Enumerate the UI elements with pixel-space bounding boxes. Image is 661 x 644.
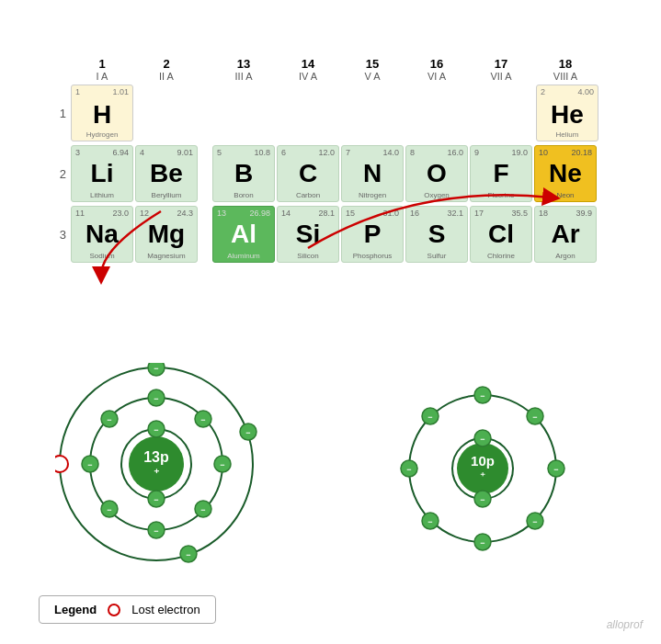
svg-text:−: − xyxy=(107,505,111,514)
svg-text:−: − xyxy=(480,435,484,444)
svg-text:10p: 10p xyxy=(471,453,495,469)
period-3-label: 3 xyxy=(44,228,66,242)
svg-text:−: − xyxy=(480,495,484,504)
svg-text:−: − xyxy=(427,412,432,422)
element-O: 8 16.0 O Oxygen xyxy=(405,145,468,202)
group-18-header: 18 VIII A xyxy=(533,57,598,82)
element-Si: 14 28.1 Si Silicon xyxy=(277,206,339,263)
svg-text:−: − xyxy=(107,415,111,424)
legend-box: Legend Lost electron xyxy=(39,595,216,624)
svg-text:−: − xyxy=(154,364,158,373)
element-Li: 3 6.94 Li Lithium xyxy=(71,145,133,202)
element-N: 7 14.0 N Nitrogen xyxy=(341,145,404,202)
svg-text:−: − xyxy=(186,550,190,559)
svg-text:−: − xyxy=(154,394,158,403)
svg-text:⁺: ⁺ xyxy=(154,467,160,480)
lost-electron-circle xyxy=(108,604,120,616)
element-H: 1 1.01 H Hydrogen xyxy=(71,85,133,141)
svg-text:−: − xyxy=(154,425,158,435)
svg-text:−: − xyxy=(480,391,484,401)
group-15-header: 15 V A xyxy=(340,57,405,82)
svg-text:13p: 13p xyxy=(143,449,169,465)
svg-text:−: − xyxy=(553,465,558,474)
group-16-header: 16 VI A xyxy=(405,57,469,82)
svg-text:−: − xyxy=(406,465,411,474)
element-Ne: 10 20.18 Ne Neon xyxy=(534,145,597,202)
svg-point-35 xyxy=(457,443,508,494)
group-1-header: 1 I A xyxy=(70,57,134,82)
ne-atom-diagram: 10p ⁺ − − − − − − − − − − xyxy=(395,381,570,556)
period-2-label: 2 xyxy=(44,167,66,181)
svg-text:−: − xyxy=(480,538,484,548)
svg-text:−: − xyxy=(427,517,432,526)
svg-text:−: − xyxy=(154,495,158,504)
svg-text:−: − xyxy=(87,460,92,469)
group-17-header: 17 VII A xyxy=(469,57,533,82)
legend-title: Legend xyxy=(54,603,97,616)
element-S: 16 32.1 S Sulfur xyxy=(405,206,468,263)
element-Mg: 12 24.3 Mg Magnesium xyxy=(135,206,198,263)
element-P: 15 31.0 P Phosphorus xyxy=(341,206,404,263)
lost-electron-label: Lost electron xyxy=(131,603,199,616)
svg-text:−: − xyxy=(532,517,537,526)
element-B: 5 10.8 B Boron xyxy=(212,145,275,202)
group-13-header: 13 III A xyxy=(211,57,276,82)
svg-text:−: − xyxy=(220,460,224,469)
brand-label: alloprof xyxy=(607,618,643,631)
element-Ar: 18 39.9 Ar Argon xyxy=(534,206,597,263)
svg-text:−: − xyxy=(532,412,537,422)
element-Al: 13 26.98 Al Aluminum xyxy=(212,206,275,263)
svg-text:⁺: ⁺ xyxy=(480,470,485,481)
element-Be: 4 9.01 Be Beryllium xyxy=(135,145,198,202)
period-1-label: 1 xyxy=(44,107,66,120)
element-F: 9 19.0 F Fluorine xyxy=(470,145,532,202)
svg-text:−: − xyxy=(245,428,250,437)
group-2-header: 2 II A xyxy=(134,57,199,82)
al-atom-diagram: 13p ⁺ − − − − − − − − − − − − − xyxy=(55,363,257,565)
element-Cl: 17 35.5 Cl Chlorine xyxy=(470,206,532,263)
svg-text:−: − xyxy=(200,505,205,514)
element-Na: 11 23.0 Na Sodium xyxy=(71,206,133,263)
element-C: 6 12.0 C Carbon xyxy=(277,145,339,202)
svg-text:−: − xyxy=(154,526,158,536)
element-He: 2 4.00 He Helium xyxy=(536,85,598,141)
svg-text:−: − xyxy=(200,415,205,424)
svg-point-32 xyxy=(55,456,68,472)
group-14-header: 14 IV A xyxy=(276,57,340,82)
